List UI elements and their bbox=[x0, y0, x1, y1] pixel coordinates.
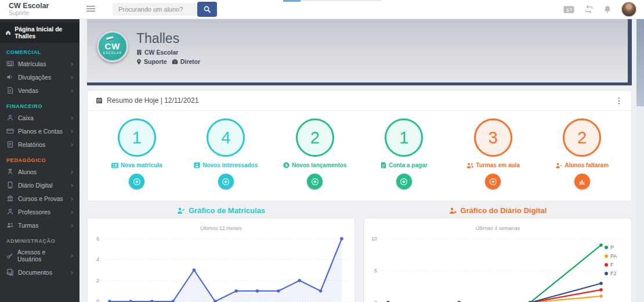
sidebar-item-planos-e-contas[interactable]: Planos e Contas› bbox=[0, 124, 79, 138]
user-avatar[interactable] bbox=[621, 2, 636, 17]
profile-role: Diretor bbox=[180, 58, 200, 65]
sidebar-item-vendas[interactable]: Vendas› bbox=[0, 84, 79, 97]
chart-title-text: Gráfico de Matrículas bbox=[189, 206, 265, 215]
chevron-right-icon: › bbox=[71, 253, 73, 258]
sidebar-item-matriculas[interactable]: Matrículas› bbox=[0, 57, 79, 70]
kebab-menu-icon[interactable]: ⋮ bbox=[615, 97, 623, 104]
scrollbar-thumb[interactable] bbox=[636, 19, 644, 106]
sidebar-item-label: Planos e Contas bbox=[18, 128, 63, 135]
sidebar-home-label: Página Inicial de Thalles bbox=[15, 26, 74, 39]
chevron-right-icon: › bbox=[71, 269, 73, 275]
search-button[interactable] bbox=[197, 2, 217, 17]
sidebar-item-diario-digital[interactable]: Diário Digital› bbox=[0, 178, 79, 192]
matriculas-chart-title: Gráfico de Matrículas bbox=[87, 206, 355, 215]
chevron-right-icon: › bbox=[71, 182, 73, 188]
add-matricula-button[interactable] bbox=[129, 174, 144, 189]
briefcase-icon bbox=[172, 59, 178, 64]
chevron-right-icon: › bbox=[71, 209, 73, 215]
chevron-right-icon: › bbox=[71, 128, 73, 134]
daily-summary-card: Resumo de Hoje | 12/11/2021 ⋮ 1 Nova mat… bbox=[87, 90, 632, 202]
plus-circle-icon bbox=[311, 178, 319, 186]
profile-unit-role-row: Suporte Diretor bbox=[136, 58, 200, 65]
sidebar: Página Inicial de Thalles COMERCIAL Matr… bbox=[0, 19, 79, 302]
main-content: CW ESCOLAR Thalles CW Escolar Suporte Di… bbox=[79, 19, 636, 302]
stat-label-row: Alunos faltaram bbox=[555, 162, 609, 168]
sidebar-item-label: Cursos e Provas bbox=[18, 195, 63, 202]
logo-text: CW bbox=[99, 41, 126, 51]
svg-text:FJ: FJ bbox=[610, 271, 616, 276]
bell-icon[interactable] bbox=[603, 5, 612, 14]
logo-subtext: ESCOLAR bbox=[99, 51, 126, 55]
chart-title-text: Gráfico do Diário Digital bbox=[461, 206, 547, 215]
add-lancamento-button[interactable] bbox=[307, 174, 323, 189]
svg-text:5: 5 bbox=[374, 268, 377, 274]
sidebar-section-pedagogico: PEDAGÓGICO bbox=[0, 151, 79, 165]
repeat-icon[interactable] bbox=[584, 5, 594, 13]
sidebar-item-caixa[interactable]: Caixa› bbox=[0, 111, 79, 124]
stat-value: 2 bbox=[296, 118, 334, 157]
stat-conta-a-pagar: 1 Conta a pagar bbox=[360, 118, 449, 189]
sidebar-item-documentos[interactable]: Documentos› bbox=[0, 265, 79, 279]
topbar: CW Escolar Suporte $ bbox=[0, 0, 644, 19]
faltas-chart-button[interactable] bbox=[574, 174, 590, 189]
page-scrollbar[interactable] bbox=[636, 19, 644, 302]
stat-value: 4 bbox=[207, 118, 245, 157]
stat-nova-matricula: 1 Nova matrícula bbox=[92, 118, 182, 189]
profile-org-row: CW Escolar bbox=[136, 49, 200, 56]
brand: CW Escolar Suporte bbox=[0, 2, 79, 17]
home-icon bbox=[5, 29, 11, 36]
chevron-right-icon: › bbox=[71, 222, 73, 228]
person-absent-icon bbox=[555, 163, 562, 168]
daily-summary-header: Resumo de Hoje | 12/11/2021 ⋮ bbox=[88, 91, 631, 111]
sidebar-item-label: Acessos e Usuários bbox=[17, 249, 67, 263]
sidebar-item-home[interactable]: Página Inicial de Thalles bbox=[0, 22, 79, 43]
chevron-right-icon: › bbox=[71, 74, 73, 80]
loading-progress-track bbox=[301, 0, 382, 1]
hamburger-menu-icon[interactable] bbox=[84, 2, 97, 17]
sidebar-item-turmas[interactable]: Turmas› bbox=[0, 218, 79, 232]
sidebar-item-divulgacoes[interactable]: Divulgações› bbox=[0, 70, 79, 84]
add-turma-button[interactable] bbox=[485, 174, 501, 189]
person-icon bbox=[6, 208, 14, 215]
loading-progress-bar bbox=[283, 0, 301, 2]
sidebar-item-label: Alunos bbox=[18, 168, 37, 175]
building-icon bbox=[136, 49, 142, 55]
search-icon bbox=[203, 5, 211, 13]
chevron-right-icon: › bbox=[71, 88, 73, 94]
plus-circle-icon bbox=[400, 178, 408, 186]
svg-text:4: 4 bbox=[96, 257, 99, 263]
sidebar-item-alunos[interactable]: Alunos› bbox=[0, 165, 79, 178]
sidebar-item-cursos-e-provas[interactable]: Cursos e Provas› bbox=[0, 192, 79, 205]
svg-text:F: F bbox=[610, 262, 614, 268]
charts-row: Últimos 12 meses 0246 Últimas 4 semanas … bbox=[87, 218, 632, 302]
report-icon bbox=[6, 141, 14, 148]
people-icon bbox=[6, 221, 14, 229]
graduation-cap-icon bbox=[106, 37, 113, 40]
profile-org: CW Escolar bbox=[144, 49, 178, 56]
svg-text:6: 6 bbox=[96, 236, 99, 242]
sidebar-section-comercial: COMERCIAL bbox=[0, 43, 79, 57]
sidebar-item-professores[interactable]: Professores› bbox=[0, 205, 79, 218]
daily-summary-title: Resumo de Hoje | 12/11/2021 bbox=[107, 96, 198, 105]
matriculas-line-chart: 0246 bbox=[88, 218, 356, 302]
profile-info: Thalles CW Escolar Suporte Diretor bbox=[136, 31, 200, 82]
svg-text:2: 2 bbox=[96, 278, 99, 283]
search-input[interactable] bbox=[113, 3, 198, 16]
sidebar-item-label: Matrículas bbox=[18, 60, 46, 67]
diario-chart-title: Gráfico do Diário Digital bbox=[364, 206, 632, 215]
sidebar-section-financeiro: FINANCEIRO bbox=[0, 97, 79, 111]
add-conta-button[interactable] bbox=[396, 174, 412, 189]
add-interessado-button[interactable] bbox=[218, 174, 234, 189]
invoice-icon bbox=[381, 162, 386, 168]
sidebar-item-label: Professores bbox=[18, 208, 50, 215]
id-card-icon bbox=[111, 163, 118, 168]
money-icon[interactable]: $ bbox=[563, 6, 574, 13]
stat-novos-interessados: 4 Novos interessados bbox=[182, 118, 271, 189]
calendar-icon bbox=[96, 97, 103, 104]
chart-titles-row: Gráfico de Matrículas Gráfico do Diário … bbox=[87, 206, 632, 215]
plus-circle-icon bbox=[222, 178, 230, 186]
sidebar-item-acessos-e-usuarios[interactable]: Acessos e Usuários› bbox=[0, 246, 79, 265]
sidebar-item-relatorios[interactable]: Relatórios› bbox=[0, 138, 79, 151]
tablet-icon bbox=[6, 181, 14, 189]
profile-name: Thalles bbox=[136, 31, 200, 46]
